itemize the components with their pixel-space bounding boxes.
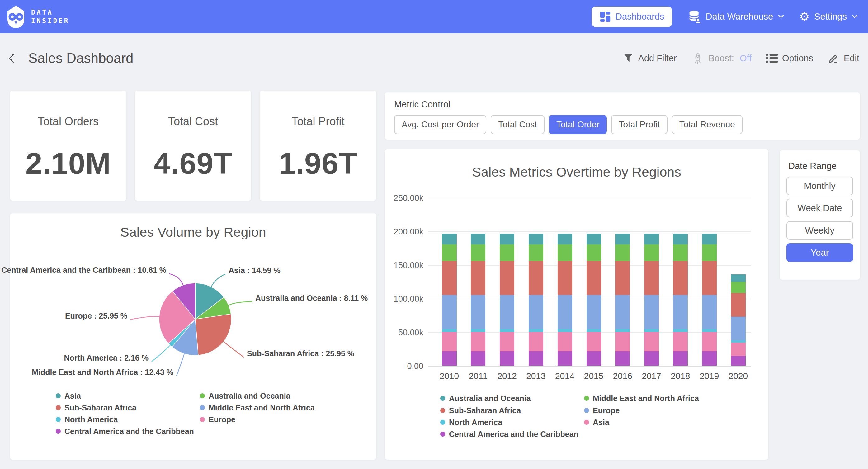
legend-item-central-america-and-the-caribbean[interactable]: Central America and the Caribbean bbox=[440, 429, 579, 439]
bar-segment-middle-east-and-north-africa-2020[interactable] bbox=[731, 282, 746, 293]
pie-slice-sub-saharan-africa[interactable] bbox=[195, 314, 231, 355]
bar-segment-australia-and-oceania-2013[interactable] bbox=[529, 234, 543, 244]
nav-data-warehouse[interactable]: Data Warehouse bbox=[688, 10, 783, 24]
bar-segment-australia-and-oceania-2012[interactable] bbox=[500, 234, 514, 244]
legend-item-sub-saharan-africa[interactable]: Sub-Saharan Africa bbox=[56, 402, 136, 413]
bar-segment-middle-east-and-north-africa-2014[interactable] bbox=[558, 244, 572, 261]
bar-segment-north-america-2013[interactable] bbox=[529, 329, 543, 332]
bar-segment-asia-2020[interactable] bbox=[731, 343, 746, 356]
bar-segment-central-america-and-the-caribbean-2014[interactable] bbox=[558, 351, 572, 365]
bar-segment-central-america-and-the-caribbean-2015[interactable] bbox=[587, 351, 601, 365]
options-button[interactable]: Options bbox=[766, 53, 813, 63]
bar-segment-sub-saharan-africa-2010[interactable] bbox=[442, 261, 457, 295]
legend-item-australia-and-oceania[interactable]: Australia and Oceania bbox=[440, 393, 531, 404]
bar-segment-middle-east-and-north-africa-2012[interactable] bbox=[500, 244, 514, 261]
bar-segment-sub-saharan-africa-2013[interactable] bbox=[529, 261, 543, 295]
bar-segment-central-america-and-the-caribbean-2010[interactable] bbox=[442, 351, 457, 365]
bar-segment-north-america-2019[interactable] bbox=[702, 329, 717, 332]
bar-segment-asia-2012[interactable] bbox=[500, 332, 514, 351]
bar-segment-north-america-2017[interactable] bbox=[644, 329, 659, 332]
nav-dashboards[interactable]: Dashboards bbox=[592, 6, 672, 27]
back-button[interactable] bbox=[9, 54, 18, 63]
bar-segment-europe-2019[interactable] bbox=[702, 295, 717, 329]
bar-segment-australia-and-oceania-2019[interactable] bbox=[702, 234, 717, 244]
bar-segment-europe-2012[interactable] bbox=[500, 295, 514, 329]
date-range-option-year[interactable]: Year bbox=[786, 243, 853, 262]
metric-option-total-cost[interactable]: Total Cost bbox=[491, 115, 545, 134]
nav-settings[interactable]: ⚙ Settings bbox=[799, 11, 857, 23]
bar-segment-asia-2013[interactable] bbox=[529, 332, 543, 351]
bar-segment-sub-saharan-africa-2018[interactable] bbox=[673, 261, 688, 295]
bar-segment-sub-saharan-africa-2020[interactable] bbox=[731, 293, 746, 317]
bar-segment-sub-saharan-africa-2015[interactable] bbox=[587, 261, 601, 295]
bar-segment-asia-2016[interactable] bbox=[615, 332, 630, 351]
edit-button[interactable]: Edit bbox=[828, 52, 859, 64]
bar-segment-australia-and-oceania-2015[interactable] bbox=[587, 234, 601, 244]
legend-item-middle-east-and-north-africa[interactable]: Middle East and North Africa bbox=[584, 393, 699, 404]
bar-segment-central-america-and-the-caribbean-2020[interactable] bbox=[731, 356, 746, 366]
bar-segment-middle-east-and-north-africa-2019[interactable] bbox=[702, 244, 717, 261]
date-range-option-week-date[interactable]: Week Date bbox=[786, 199, 853, 217]
bar-segment-sub-saharan-africa-2012[interactable] bbox=[500, 261, 514, 295]
bar-segment-middle-east-and-north-africa-2017[interactable] bbox=[644, 244, 659, 261]
bar-segment-asia-2014[interactable] bbox=[558, 332, 572, 351]
bar-segment-australia-and-oceania-2018[interactable] bbox=[673, 234, 688, 244]
bar-segment-sub-saharan-africa-2014[interactable] bbox=[558, 261, 572, 295]
bar-segment-europe-2013[interactable] bbox=[529, 295, 543, 329]
bar-segment-australia-and-oceania-2014[interactable] bbox=[558, 234, 572, 244]
bar-segment-north-america-2012[interactable] bbox=[500, 329, 514, 332]
bar-segment-middle-east-and-north-africa-2011[interactable] bbox=[471, 244, 485, 261]
legend-item-sub-saharan-africa[interactable]: Sub-Saharan Africa bbox=[440, 405, 521, 416]
bar-segment-middle-east-and-north-africa-2015[interactable] bbox=[587, 244, 601, 261]
legend-item-europe[interactable]: Europe bbox=[200, 414, 236, 425]
bar-segment-europe-2011[interactable] bbox=[471, 295, 485, 329]
bar-segment-europe-2015[interactable] bbox=[587, 295, 601, 329]
bar-segment-middle-east-and-north-africa-2018[interactable] bbox=[673, 244, 688, 261]
legend-item-europe[interactable]: Europe bbox=[584, 405, 620, 416]
bar-segment-europe-2018[interactable] bbox=[673, 295, 688, 329]
bar-segment-north-america-2011[interactable] bbox=[471, 329, 485, 332]
bar-segment-australia-and-oceania-2017[interactable] bbox=[644, 234, 659, 244]
bar-segment-asia-2018[interactable] bbox=[673, 332, 688, 351]
bar-segment-central-america-and-the-caribbean-2017[interactable] bbox=[644, 351, 659, 365]
bar-segment-asia-2019[interactable] bbox=[702, 332, 717, 351]
bar-segment-europe-2010[interactable] bbox=[442, 295, 457, 329]
date-range-option-monthly[interactable]: Monthly bbox=[786, 177, 853, 195]
boost-toggle[interactable]: Boost:Off bbox=[691, 52, 751, 65]
bar-segment-central-america-and-the-caribbean-2019[interactable] bbox=[702, 351, 717, 365]
bar-segment-europe-2014[interactable] bbox=[558, 295, 572, 329]
bar-segment-middle-east-and-north-africa-2013[interactable] bbox=[529, 244, 543, 261]
bar-segment-middle-east-and-north-africa-2016[interactable] bbox=[615, 244, 630, 261]
bar-segment-sub-saharan-africa-2019[interactable] bbox=[702, 261, 717, 295]
date-range-option-weekly[interactable]: Weekly bbox=[786, 221, 853, 240]
bar-segment-europe-2020[interactable] bbox=[731, 317, 746, 341]
bar-segment-australia-and-oceania-2010[interactable] bbox=[442, 234, 457, 244]
bar-segment-north-america-2014[interactable] bbox=[558, 329, 572, 332]
add-filter-button[interactable]: Add Filter bbox=[623, 53, 677, 64]
bar-segment-central-america-and-the-caribbean-2018[interactable] bbox=[673, 351, 688, 365]
legend-item-australia-and-oceania[interactable]: Australia and Oceania bbox=[200, 390, 290, 401]
legend-item-north-america[interactable]: North America bbox=[440, 417, 502, 428]
bar-segment-central-america-and-the-caribbean-2013[interactable] bbox=[529, 351, 543, 365]
bar-segment-central-america-and-the-caribbean-2012[interactable] bbox=[500, 351, 514, 365]
bar-segment-sub-saharan-africa-2016[interactable] bbox=[615, 261, 630, 295]
bar-segment-asia-2015[interactable] bbox=[587, 332, 601, 351]
legend-item-north-america[interactable]: North America bbox=[56, 414, 118, 425]
metric-option-total-revenue[interactable]: Total Revenue bbox=[672, 115, 743, 134]
bar-segment-europe-2016[interactable] bbox=[615, 295, 630, 329]
metric-option-total-order[interactable]: Total Order bbox=[549, 115, 607, 134]
bar-segment-australia-and-oceania-2016[interactable] bbox=[615, 234, 630, 244]
bar-segment-north-america-2015[interactable] bbox=[587, 329, 601, 332]
legend-item-middle-east-and-north-africa[interactable]: Middle East and North Africa bbox=[200, 402, 315, 413]
bar-segment-sub-saharan-africa-2017[interactable] bbox=[644, 261, 659, 295]
metric-option-avg-cost-per-order[interactable]: Avg. Cost per Order bbox=[394, 115, 486, 134]
bar-segment-north-america-2018[interactable] bbox=[673, 329, 688, 332]
bar-segment-middle-east-and-north-africa-2010[interactable] bbox=[442, 244, 457, 261]
bar-segment-central-america-and-the-caribbean-2016[interactable] bbox=[615, 351, 630, 365]
bar-segment-central-america-and-the-caribbean-2011[interactable] bbox=[471, 351, 485, 365]
bar-segment-north-america-2010[interactable] bbox=[442, 329, 457, 332]
legend-item-asia[interactable]: Asia bbox=[584, 417, 609, 428]
bar-segment-asia-2017[interactable] bbox=[644, 332, 659, 351]
bar-segment-australia-and-oceania-2020[interactable] bbox=[731, 274, 746, 282]
bar-segment-sub-saharan-africa-2011[interactable] bbox=[471, 261, 485, 295]
